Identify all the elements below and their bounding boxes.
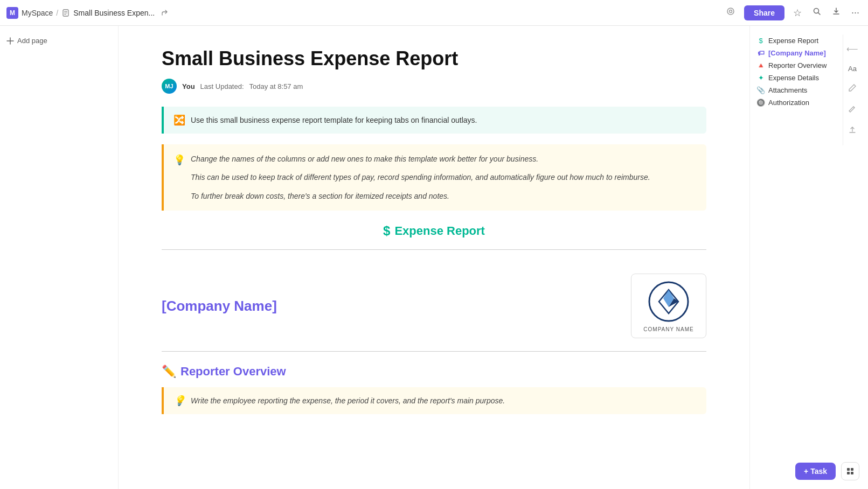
sidebar-right-main: $ Expense Report 🏷 [Company Name] 🔺 Repo… [756,34,843,145]
expense-report-label: Expense Report [394,224,485,238]
toc-item-expense-report[interactable]: $ Expense Report [756,34,843,47]
edit-button-2[interactable] [847,103,858,116]
more-button[interactable]: ··· [849,5,862,20]
doc-name[interactable]: Small Business Expen... [73,9,155,17]
section-divider-1 [162,249,706,250]
toc-item-company-name[interactable]: 🏷 [Company Name] [756,47,843,59]
reporter-info-box: 💡 Write the employee reporting the expen… [162,387,706,414]
company-logo-svg [647,280,690,323]
toc-label-details: Expense Details [768,74,819,82]
workspace-name[interactable]: MySpace [22,9,53,17]
teal-icon: 🔀 [173,114,185,126]
download-button[interactable] [830,5,843,20]
company-logo-box: COMPANY NAME [631,274,706,338]
svg-point-4 [727,8,734,15]
author-row: MJ You Last Updated: Today at 8:57 am [162,79,706,94]
yellow-text-1: Change the names of the columns or add n… [191,153,650,165]
topbar-actions: Share ☆ ··· [724,4,862,21]
sidebar-right: $ Expense Report 🏷 [Company Name] 🔺 Repo… [749,26,868,489]
toc-icon-attach: 📎 [756,86,765,94]
avatar: MJ [162,79,177,94]
toc-item-attachments[interactable]: 📎 Attachments [756,84,843,96]
svg-point-5 [730,10,732,13]
toc-icon-company: 🏷 [756,49,765,57]
toc-label-company: [Company Name] [768,49,826,57]
company-name: [Company Name] [162,298,277,315]
section-divider-2 [162,351,706,352]
task-button[interactable]: + Task [795,463,836,480]
last-updated-value: Today at 8:57 am [249,82,303,90]
toc-icon-reporter: 🔺 [756,61,765,69]
bulb-icon: 💡 [173,154,185,202]
workspace-logo: M [6,7,18,19]
svg-rect-11 [847,472,850,474]
toc-icon-auth: 🔘 [756,99,765,107]
sidebar-left: Add page [0,26,119,489]
share-icon [160,9,169,17]
font-button[interactable]: Aa [847,64,858,74]
toc-label-expense: Expense Report [768,37,818,45]
expense-report-heading: $ Expense Report [162,223,706,239]
reporter-heading: ✏️ Reporter Overview [162,365,706,379]
reporter-info-text: Write the employee reporting the expense… [191,396,505,405]
grid-button[interactable] [841,462,859,480]
add-page-button[interactable]: Add page [6,34,112,47]
toc-icon-expense: $ [756,37,765,45]
star-button[interactable]: ☆ [791,5,804,21]
breadcrumb-sep: / [56,9,58,17]
toc-item-reporter[interactable]: 🔺 Reporter Overview [756,59,843,72]
reporter-bulb-icon: 💡 [173,395,185,407]
pencil-icon: ✏️ [162,365,176,379]
last-updated-label: Last Updated: [200,82,244,90]
svg-rect-12 [851,472,853,474]
yellow-info-box: 💡 Change the names of the columns or add… [162,144,706,211]
search-button[interactable] [810,5,823,20]
company-row: [Company Name] COMPANY NAME [162,263,706,349]
toc-icon-details: ✦ [756,74,765,82]
add-page-label: Add page [17,37,47,45]
yellow-info-content: Change the names of the columns or add n… [191,153,650,202]
view-icon-btn[interactable] [724,4,738,21]
doc-icon [61,9,70,17]
topbar: M MySpace / Small Business Expen... Shar… [0,0,868,26]
yellow-text-3: To further break down costs, there's a s… [191,190,650,202]
bottom-right-actions: + Task [795,462,859,480]
svg-line-7 [818,13,820,15]
toc-label-auth: Authorization [768,99,809,107]
edit-button-1[interactable] [847,82,858,95]
yellow-text-2: This can be used to keep track of differ… [191,171,650,183]
sidebar-right-controls: ⟵ Aa [843,34,862,145]
content-area: Small Business Expense Report MJ You Las… [119,26,749,489]
page-title: Small Business Expense Report [162,47,706,70]
toc-item-expense-details[interactable]: ✦ Expense Details [756,72,843,84]
reporter-label: Reporter Overview [180,365,286,379]
author-name: You [182,82,195,90]
dollar-icon: $ [383,223,390,239]
toc-label-attach: Attachments [768,86,807,94]
sidebar-right-wrapper: $ Expense Report 🏷 [Company Name] 🔺 Repo… [756,34,862,145]
svg-rect-9 [847,468,850,471]
teal-info-text: Use this small business expense report t… [191,116,477,124]
toc-label-reporter: Reporter Overview [768,61,827,69]
upload-button[interactable] [847,124,858,137]
toc-item-authorization[interactable]: 🔘 Authorization [756,96,843,109]
share-button[interactable]: Share [744,5,784,20]
company-logo-text: COMPANY NAME [643,326,693,332]
topbar-left: M MySpace / Small Business Expen... [6,7,169,19]
collapse-button[interactable]: ⟵ [845,43,859,55]
svg-rect-10 [851,468,853,471]
main-layout: Add page Small Business Expense Report M… [0,26,868,489]
teal-info-box: 🔀 Use this small business expense report… [162,107,706,134]
